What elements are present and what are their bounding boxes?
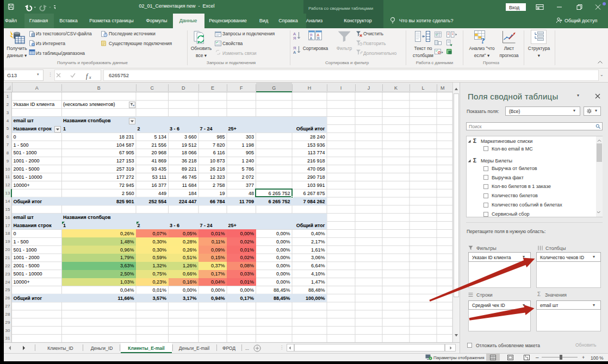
- svg-text:Я: Я: [293, 36, 296, 41]
- svg-text:x: x: [89, 75, 91, 80]
- svg-text:А: А: [310, 36, 313, 40]
- svg-text:f: f: [86, 72, 89, 80]
- svg-text:?: ?: [481, 36, 485, 45]
- svg-text:Я: Я: [317, 36, 320, 40]
- svg-text:А: А: [293, 50, 296, 54]
